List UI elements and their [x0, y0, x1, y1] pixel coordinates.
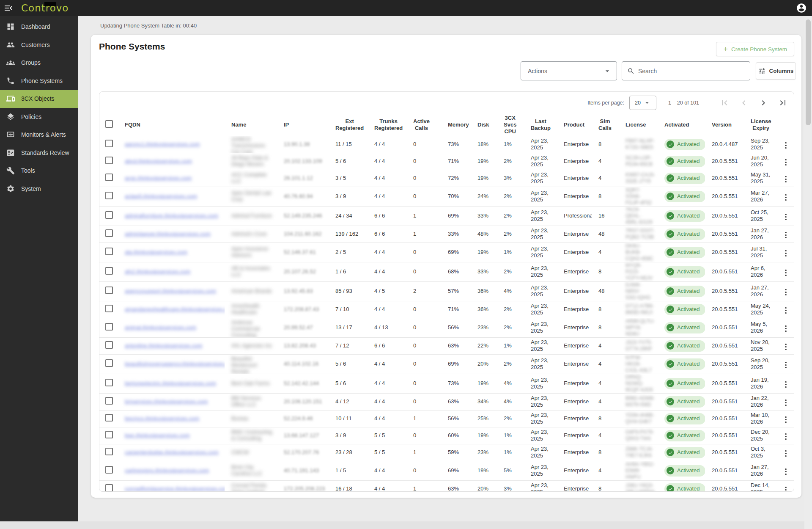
- menu-open-icon[interactable]: [0, 0, 17, 16]
- kebab-menu-button[interactable]: [782, 467, 789, 477]
- row-checkbox[interactable]: [105, 157, 113, 164]
- sidebar-item-3cx-objects[interactable]: 3CX Objects: [0, 90, 78, 108]
- fqdn-link[interactable]: bwc.thinkvoipservices.com: [125, 432, 190, 438]
- kebab-menu-button[interactable]: [782, 157, 789, 168]
- row-checkbox[interactable]: [105, 466, 113, 474]
- sidebar-item-policies[interactable]: Policies: [0, 108, 78, 126]
- row-checkbox[interactable]: [105, 211, 113, 219]
- row-checkbox[interactable]: [105, 323, 113, 331]
- kebab-menu-button[interactable]: [782, 342, 789, 352]
- fqdn-link[interactable]: aclaw5.thinkvoipservices.com: [125, 193, 197, 199]
- fqdn-link[interactable]: abcd.thinkvoipservices.com: [125, 158, 192, 164]
- fqdn-link[interactable]: acgc.thinkvoipservices.com: [125, 175, 192, 181]
- kebab-menu-button[interactable]: [782, 306, 789, 316]
- row-checkbox[interactable]: [105, 229, 113, 237]
- kebab-menu-button[interactable]: [782, 415, 789, 425]
- disk-cell: 36%: [471, 281, 497, 301]
- kebab-menu-button[interactable]: [782, 380, 789, 390]
- row-checkbox[interactable]: [105, 174, 113, 181]
- fqdn-link[interactable]: animal.thinkvoipservices.com: [125, 324, 196, 331]
- kebab-menu-button[interactable]: [782, 287, 789, 298]
- fqdn-link[interactable]: aaronc1.thinkvoipservices.com: [125, 141, 200, 147]
- sidebar-item-system[interactable]: System: [0, 180, 78, 198]
- disk-cell: 19%: [471, 170, 497, 187]
- columns-button[interactable]: Columns: [756, 62, 796, 80]
- fqdn-link[interactable]: admiralfurniture.thinkvoipservices.com: [125, 212, 218, 219]
- fqdn-link[interactable]: amandaneohealthcare.thinkvoipservices.co…: [125, 306, 225, 312]
- col-header-license: License: [619, 114, 658, 136]
- fqdn-link[interactable]: beautifulmoversagency.thinkvoipservices.…: [125, 361, 225, 367]
- activated-badge: Activated: [664, 358, 705, 370]
- license-expiry-cell: Sep 23, 2025: [744, 136, 777, 153]
- fqdn-link[interactable]: carlinesigns.thinkvoipservices.com: [125, 467, 209, 474]
- account-circle-icon[interactable]: [796, 3, 807, 14]
- sidebar-item-phone-systems[interactable]: Phone Systems: [0, 72, 78, 90]
- fqdn-link[interactable]: antonline.thinkvoipservices.com: [125, 342, 203, 349]
- product-cell: Professional: [557, 206, 592, 226]
- row-checkbox[interactable]: [105, 287, 113, 294]
- row-checkbox[interactable]: [105, 379, 113, 386]
- vertical-scrollbar[interactable]: [804, 16, 812, 529]
- fqdn-link[interactable]: bertoneelectric.thinkvoipservices.com: [125, 380, 216, 386]
- sidebar-item-groups[interactable]: Groups: [0, 54, 78, 72]
- next-page-button[interactable]: [758, 98, 768, 108]
- fqdn-link[interactable]: bmservices.thinkvoipservices.com: [125, 398, 208, 405]
- sidebar-item-tools[interactable]: Tools: [0, 162, 78, 180]
- kebab-menu-button[interactable]: [782, 324, 789, 334]
- kebab-menu-button[interactable]: [782, 398, 789, 408]
- fqdn-link[interactable]: adminlawyer.thinkvoipservices.com: [125, 231, 211, 237]
- page-size-select[interactable]: 20: [629, 96, 656, 110]
- row-checkbox[interactable]: [105, 397, 113, 405]
- ip-cell: 52.146.37.61: [284, 249, 316, 255]
- row-checkbox[interactable]: [105, 267, 113, 275]
- fqdn-link[interactable]: agencysupport.thinkvoipservices.com: [125, 288, 216, 294]
- sidebar-item-customers[interactable]: Customers: [0, 36, 78, 54]
- kebab-menu-button[interactable]: [782, 193, 789, 203]
- row-checkbox[interactable]: [105, 192, 113, 199]
- active-calls-cell: 0: [406, 461, 441, 480]
- actions-select[interactable]: Actions: [521, 61, 617, 80]
- create-phone-system-button[interactable]: + Create Phone System: [716, 42, 794, 56]
- scrollbar-thumb[interactable]: [806, 19, 811, 125]
- select-all-checkbox[interactable]: [105, 120, 113, 128]
- fqdn-link[interactable]: carpenterdodge.thinkvoipservices.com: [125, 449, 219, 455]
- name-cell: Admiral Furniture: [231, 213, 274, 219]
- kebab-menu-button[interactable]: [782, 485, 789, 492]
- kebab-menu-button[interactable]: [782, 268, 789, 278]
- row-checkbox[interactable]: [105, 359, 113, 367]
- sidebar-item-monitors-alerts[interactable]: Monitors & Alerts: [0, 126, 78, 144]
- name-cell: Bureau: [231, 416, 274, 422]
- kebab-menu-button[interactable]: [782, 174, 789, 185]
- fqdn-link[interactable]: ala.thinkvoipservices.com: [125, 249, 187, 255]
- kebab-menu-button[interactable]: [782, 449, 789, 459]
- row-checkbox[interactable]: [105, 431, 113, 438]
- fqdn-link[interactable]: afs2.thinkvoipservices.com: [125, 268, 190, 275]
- kebab-menu-button[interactable]: [782, 248, 789, 259]
- row-checkbox[interactable]: [105, 140, 113, 147]
- last-page-button[interactable]: [778, 98, 788, 108]
- fqdn-link[interactable]: conradfloridaservice.thinkvoipservices.c…: [125, 485, 225, 492]
- row-checkbox[interactable]: [105, 484, 113, 492]
- search-input[interactable]: [638, 68, 745, 74]
- row-checkbox[interactable]: [105, 448, 113, 455]
- fqdn-link[interactable]: bpcmco.thinkvoipservices.com: [125, 415, 199, 422]
- sidebar-item-dashboard[interactable]: Dashboard: [0, 18, 78, 36]
- sidebar-item-standards-review[interactable]: Standards Review: [0, 144, 78, 162]
- row-checkbox[interactable]: [105, 305, 113, 312]
- first-page-button[interactable]: [719, 98, 730, 108]
- kebab-menu-button[interactable]: [782, 141, 789, 151]
- last-backup-cell: Apr 23, 2025: [524, 262, 557, 281]
- kebab-menu-button[interactable]: [782, 360, 789, 370]
- last-backup-cell: Apr 23, 2025: [524, 170, 557, 187]
- trunks-registered-cell: 4 / 4: [368, 461, 406, 480]
- ip-cell: 20.99.52.47: [284, 324, 313, 331]
- row-checkbox[interactable]: [105, 414, 113, 422]
- disk-cell: 19%: [471, 461, 497, 480]
- row-checkbox[interactable]: [105, 341, 113, 349]
- kebab-menu-button[interactable]: [782, 212, 789, 222]
- layers-icon: [6, 113, 15, 121]
- row-checkbox[interactable]: [105, 248, 113, 255]
- kebab-menu-button[interactable]: [782, 230, 789, 240]
- kebab-menu-button[interactable]: [782, 432, 789, 442]
- previous-page-button[interactable]: [739, 98, 749, 108]
